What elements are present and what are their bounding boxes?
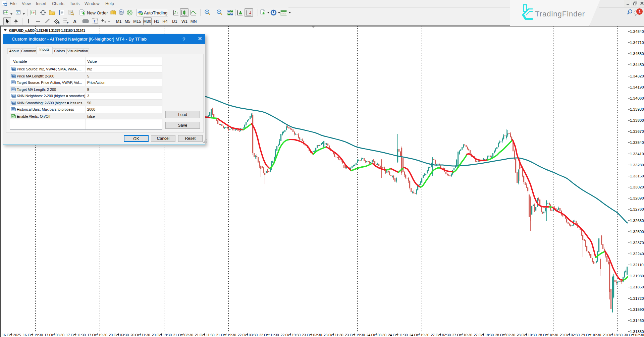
svg-text:1.33930: 1.33930 — [630, 107, 644, 111]
svg-text:T: T — [94, 19, 96, 23]
svg-text:123: 123 — [12, 88, 15, 91]
svg-text:1.34190: 1.34190 — [630, 85, 644, 89]
svg-text:1.33800: 1.33800 — [630, 118, 644, 122]
svg-text:F: F — [67, 21, 69, 24]
svg-text:1.32760: 1.32760 — [630, 207, 644, 211]
svg-text:1.33150: 1.33150 — [630, 174, 644, 178]
svg-text:1.34580: 1.34580 — [630, 52, 644, 56]
svg-text:1.33670: 1.33670 — [630, 129, 644, 133]
svg-text:1.34840: 1.34840 — [630, 30, 644, 34]
svg-text:1.31460: 1.31460 — [630, 319, 644, 323]
svg-text:1.33540: 1.33540 — [630, 141, 644, 145]
svg-text:1.32630: 1.32630 — [630, 219, 644, 223]
svg-text:1.34060: 1.34060 — [630, 96, 644, 100]
svg-text:1.34450: 1.34450 — [630, 63, 644, 67]
svg-text:123: 123 — [12, 95, 15, 97]
svg-text:123: 123 — [12, 102, 15, 104]
svg-text:123: 123 — [12, 81, 15, 83]
svg-text:123: 123 — [12, 75, 15, 77]
svg-text:1.32890: 1.32890 — [630, 196, 644, 200]
svg-text:1.32240: 1.32240 — [630, 252, 644, 256]
svg-text:1.31850: 1.31850 — [630, 285, 644, 289]
svg-text:1.32370: 1.32370 — [630, 241, 644, 245]
svg-text:1.33020: 1.33020 — [630, 185, 644, 189]
svg-text:123: 123 — [12, 68, 15, 70]
svg-text:1.33410: 1.33410 — [630, 152, 644, 156]
svg-text:1.34320: 1.34320 — [630, 74, 644, 78]
svg-text:123: 123 — [12, 108, 15, 110]
svg-text:1.32500: 1.32500 — [630, 230, 644, 234]
svg-text:1.34710: 1.34710 — [630, 41, 644, 45]
svg-text:1.31980: 1.31980 — [630, 274, 644, 278]
svg-text:1.31720: 1.31720 — [630, 296, 644, 300]
svg-text:1.32110: 1.32110 — [630, 263, 644, 267]
svg-text:1.31590: 1.31590 — [630, 307, 644, 312]
svg-text:1.33280: 1.33280 — [630, 163, 644, 167]
svg-text:E: E — [58, 21, 60, 24]
